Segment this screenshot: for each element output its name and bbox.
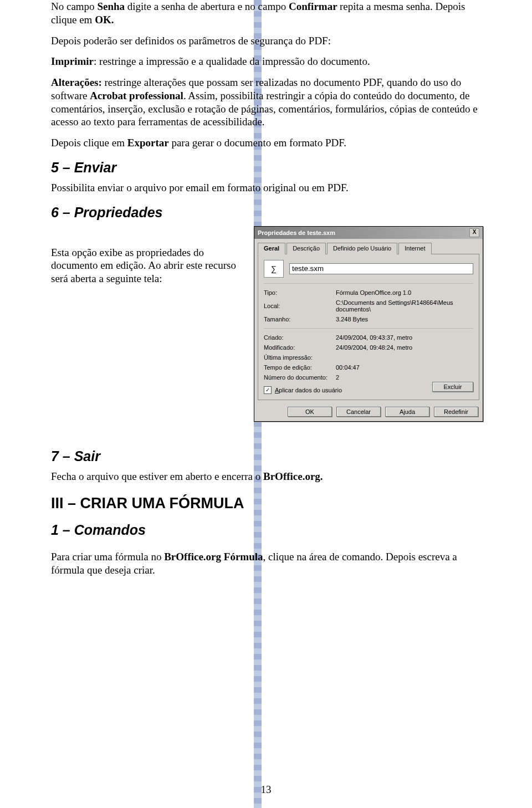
paragraph-alteracoes: Alterações: restringe alterações que pos…: [51, 76, 483, 129]
label-tamanho: Tamanho:: [264, 316, 330, 323]
label-tipo: Tipo:: [264, 289, 330, 296]
label-modificado: Modificado:: [264, 344, 330, 351]
label-local: Local:: [264, 303, 330, 309]
heading-enviar: 5 – Enviar: [51, 160, 483, 176]
dialog-title: Propriedades de teste.sxm: [258, 229, 335, 236]
value-modificado: 24/09/2004, 09:48:24, metro: [336, 344, 473, 351]
label-ult-impressao: Última impressão:: [264, 354, 330, 361]
tab-geral[interactable]: Geral: [258, 243, 285, 254]
label-num-doc: Número do documento:: [264, 374, 330, 381]
paragraph-comandos: Para criar uma fórmula no BrOffice.org F…: [51, 550, 483, 577]
formula-icon: ∑: [264, 260, 284, 278]
properties-dialog: Propriedades de teste.sxm X Geral Descri…: [254, 226, 483, 422]
excluir-button[interactable]: Excluir: [432, 382, 473, 392]
heading-comandos: 1 – Comandos: [51, 522, 483, 538]
cancel-button[interactable]: Cancelar: [336, 407, 381, 417]
value-tempo-edicao: 00:04:47: [336, 364, 473, 371]
heading-propriedades: 6 – Propriedades: [51, 204, 483, 221]
heading-criar-formula: III – CRIAR UMA FÓRMULA: [51, 495, 483, 512]
help-button[interactable]: Ajuda: [385, 407, 429, 417]
dialog-button-row: OK Cancelar Ajuda Redefinir: [254, 403, 483, 421]
value-tamanho: 3.248 Bytes: [336, 316, 473, 323]
paragraph-enviar: Possibilita enviar o arquivo por email e…: [51, 181, 483, 195]
paragraph-seguranca: Depois poderão ser definidos os parâmetr…: [51, 34, 483, 48]
filename-input[interactable]: [289, 263, 473, 274]
label-criado: Criado:: [264, 334, 330, 341]
reset-button[interactable]: Redefinir: [434, 407, 478, 417]
heading-sair: 7 – Sair: [51, 448, 483, 464]
dialog-tabs: Geral Descrição Definido pelo Usuário In…: [254, 239, 483, 254]
paragraph-exportar: Depois clique em Exportar para gerar o d…: [51, 136, 483, 150]
paragraph-imprimir: Imprimir: restringe a impressão e a qual…: [51, 55, 483, 68]
value-num-doc: 2: [336, 374, 473, 381]
tab-usuario[interactable]: Definido pelo Usuário: [327, 243, 397, 254]
value-criado: 24/09/2004, 09:43:37, metro: [336, 334, 473, 341]
label-tempo-edicao: Tempo de edição:: [264, 364, 330, 371]
tab-descricao[interactable]: Descrição: [287, 243, 326, 254]
checkbox-icon: ✓: [264, 386, 272, 394]
value-tipo: Fórmula OpenOffice.org 1.0: [336, 289, 473, 296]
paragraph-senha: No campo Senha digite a senha de abertur…: [51, 0, 483, 27]
close-icon[interactable]: X: [469, 228, 479, 237]
tab-panel-geral: ∑ Tipo:Fórmula OpenOffice.org 1.0 Local:…: [258, 254, 479, 400]
ok-button[interactable]: OK: [288, 407, 332, 417]
page-number: 13: [0, 784, 532, 796]
paragraph-sair: Fecha o arquivo que estiver em aberto e …: [51, 470, 483, 483]
dialog-titlebar[interactable]: Propriedades de teste.sxm X: [254, 227, 483, 239]
value-local: C:\Documents and Settings\R148664\Meus d…: [336, 299, 473, 313]
tab-internet[interactable]: Internet: [398, 243, 431, 254]
paragraph-propriedades: Esta opção exibe as propriedades do docu…: [51, 246, 245, 285]
